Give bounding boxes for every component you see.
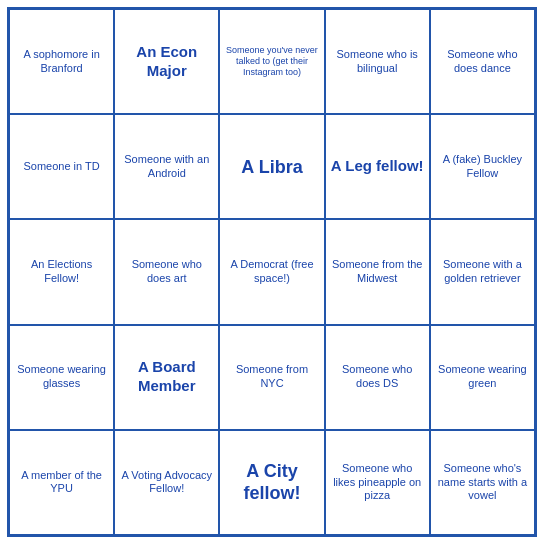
bingo-cell-r0c3: Someone who is bilingual (325, 9, 430, 114)
bingo-cell-r0c1: An Econ Major (114, 9, 219, 114)
bingo-cell-r2c0: An Elections Fellow! (9, 219, 114, 324)
bingo-cell-r3c2: Someone from NYC (219, 325, 324, 430)
bingo-cell-r3c4: Someone wearing green (430, 325, 535, 430)
bingo-cell-r3c3: Someone who does DS (325, 325, 430, 430)
bingo-cell-r1c2: A Libra (219, 114, 324, 219)
bingo-cell-r0c4: Someone who does dance (430, 9, 535, 114)
bingo-cell-r4c4: Someone who's name starts with a vowel (430, 430, 535, 535)
bingo-cell-r4c0: A member of the YPU (9, 430, 114, 535)
bingo-cell-r2c3: Someone from the Midwest (325, 219, 430, 324)
bingo-cell-r2c4: Someone with a golden retriever (430, 219, 535, 324)
bingo-cell-r1c4: A (fake) Buckley Fellow (430, 114, 535, 219)
bingo-cell-r1c0: Someone in TD (9, 114, 114, 219)
bingo-cell-r4c3: Someone who likes pineapple on pizza (325, 430, 430, 535)
bingo-cell-r3c1: A Board Member (114, 325, 219, 430)
bingo-cell-r1c1: Someone with an Android (114, 114, 219, 219)
bingo-board: A sophomore in BranfordAn Econ MajorSome… (7, 7, 537, 537)
bingo-cell-r3c0: Someone wearing glasses (9, 325, 114, 430)
bingo-cell-r0c2: Someone you've never talked to (get thei… (219, 9, 324, 114)
bingo-cell-r2c1: Someone who does art (114, 219, 219, 324)
bingo-cell-r4c2: A City fellow! (219, 430, 324, 535)
bingo-cell-r2c2: A Democrat (free space!) (219, 219, 324, 324)
bingo-cell-r1c3: A Leg fellow! (325, 114, 430, 219)
bingo-cell-r0c0: A sophomore in Branford (9, 9, 114, 114)
bingo-cell-r4c1: A Voting Advocacy Fellow! (114, 430, 219, 535)
